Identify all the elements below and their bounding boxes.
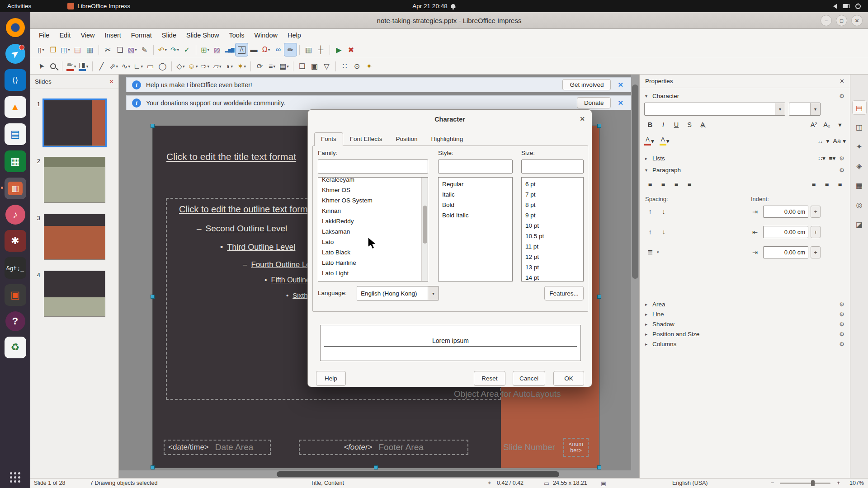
size-option[interactable]: 12 pt [522,252,583,262]
show-draw-functions-button[interactable]: ✏ [284,43,297,56]
vertical-scrollbar[interactable] [631,75,639,478]
close-button[interactable]: ✕ [851,15,863,26]
zoom-in-button[interactable]: + [837,480,840,486]
change-case-button[interactable]: Aa▾ [831,135,846,147]
rectangle-button[interactable]: ▭ [144,60,156,73]
gear-icon[interactable]: ⚙ [839,301,844,308]
size-input[interactable] [521,160,584,174]
menu-view[interactable]: View [75,30,99,40]
activities-button[interactable]: Activities [0,3,38,9]
date-placeholder[interactable]: <date/time> Date Area [164,440,271,455]
ok-button[interactable]: OK [553,371,584,386]
redo-button[interactable]: ↷▾ [169,43,181,56]
dialog-close-icon[interactable]: ✕ [580,115,585,122]
size-option[interactable]: 10 pt [522,221,583,231]
start-slideshow-button[interactable]: ▶ [333,43,345,56]
style-input[interactable] [438,160,513,174]
text-shadow-button[interactable]: A [697,119,708,131]
zoom-slider[interactable] [780,483,830,484]
cut-button[interactable]: ✂ [102,43,114,56]
subscript-button[interactable]: A₂ [821,119,833,131]
menu-help[interactable]: Help [283,30,306,40]
selection-handle[interactable] [597,465,601,469]
selection-handle[interactable] [374,465,378,469]
family-option[interactable]: Lato Hairline [318,258,428,268]
selection-handle[interactable] [597,124,601,128]
deck-styles-icon[interactable]: ◈ [853,159,866,173]
open-button[interactable]: ❐ [47,43,59,56]
slide-thumbnail-3[interactable] [44,214,105,260]
font-name-combobox[interactable]: ▾ [644,103,785,116]
first-line-indent-field[interactable]: 0.00 cm [763,246,808,258]
selection-handle[interactable] [151,465,155,469]
dock-item-terminal[interactable]: &gt;_ [5,257,26,279]
italic-button[interactable]: I [657,119,669,131]
family-option[interactable]: Liberation Mono [318,278,428,282]
family-list[interactable]: Keraleeyam Khmer OS Khmer OS System Kinn… [318,177,428,282]
gear-icon[interactable]: ⚙ [839,167,844,174]
family-option[interactable]: LakkiReddy [318,216,428,226]
new-document-button[interactable]: ▯▾ [35,43,47,56]
header-footer-button[interactable]: ▬ [248,43,260,56]
deck-master-slides-icon[interactable]: ◪ [853,217,866,231]
size-option[interactable]: 8 pt [522,200,583,210]
dock-item-firefox[interactable] [5,17,26,38]
stepper-plus-button[interactable]: + [811,206,821,218]
align-center-button[interactable]: ≡ [657,178,669,190]
style-option[interactable]: Italic [439,189,512,200]
arrange-button[interactable]: ▤▾ [278,60,290,73]
menu-window[interactable]: Window [249,30,283,40]
minimize-button[interactable]: − [821,15,832,26]
family-list-scrollbar[interactable] [421,178,428,281]
language-status[interactable]: English (USA) [672,480,708,486]
basic-shapes-button[interactable]: ◇▾ [175,60,187,73]
section-area[interactable]: ▸Area⚙ [640,299,850,309]
size-option[interactable]: 7 pt [522,189,583,200]
family-option[interactable]: Lato Black [318,247,428,258]
dock-item-tools[interactable]: ✱ [5,230,26,252]
show-applications-button[interactable] [10,472,20,483]
dialog-titlebar[interactable]: Character ✕ [308,110,592,129]
align-middle-button[interactable]: ≡ [821,178,833,190]
section-lists[interactable]: ▸ Lists ∷▾ ≡▾ ⚙ [640,153,850,163]
size-list[interactable]: 6 pt 7 pt 8 pt 9 pt 10 pt 10.5 pt 11 pt … [521,177,584,282]
symbol-shapes-button[interactable]: ☺▾ [187,60,199,73]
align-top-button[interactable]: ≡ [808,178,820,190]
gear-icon[interactable]: ⚙ [839,321,844,328]
dock-item-calc[interactable]: ▦ [5,150,26,172]
print-button[interactable]: ▦ [84,43,96,56]
stars-button[interactable]: ✶▾ [236,60,248,73]
dock-item-vscode[interactable]: ⟨⟩ [5,69,26,91]
chevron-down-icon[interactable]: ▾ [657,250,659,254]
family-option[interactable]: Laksaman [318,226,428,237]
family-input[interactable] [318,160,428,174]
shadow-button[interactable]: ❏ [296,60,308,73]
insert-image-button[interactable]: ▨ [211,43,223,56]
system-tray[interactable] [830,4,868,9]
paste-button[interactable]: ▧▾ [126,43,138,56]
footer-placeholder[interactable]: <footer> Footer Area [299,440,468,455]
size-option[interactable]: 13 pt [522,262,583,272]
outline-level-1[interactable]: Click to edit the outline text format [175,204,315,215]
stepper-plus-button[interactable]: + [811,246,821,258]
section-position-size[interactable]: ▸Position and Size⚙ [640,329,850,339]
align-justify-button[interactable]: ≡ [684,178,695,190]
style-list[interactable]: Regular Italic Bold Bold Italic [438,177,513,282]
superscript-button[interactable]: A² [808,119,820,131]
line-spacing-button[interactable]: ≣ [644,246,656,258]
slide-thumbnail-4[interactable] [44,271,105,317]
stepper-plus-button[interactable]: + [811,226,821,238]
menu-tools[interactable]: Tools [224,30,250,40]
document-modified-icon[interactable]: ▣ [601,480,606,487]
vertical-scrollbar-thumb[interactable] [632,84,638,279]
glue-points-button[interactable]: ⊙ [351,60,363,73]
layout-status[interactable]: Title, Content [311,480,344,486]
dock-item-writer[interactable]: ▤ [5,123,26,145]
indent-before-field[interactable]: 0.00 cm [763,206,808,218]
bold-button[interactable]: B [644,119,656,131]
dock-item-impress-active[interactable]: ▥ [5,178,26,199]
indent-after-field[interactable]: 0.00 cm [763,226,808,238]
gear-icon[interactable]: ⚙ [839,93,844,99]
get-involved-button[interactable]: Get involved [562,79,611,90]
outline-level-2[interactable]: –Second Outline Level [197,224,287,234]
